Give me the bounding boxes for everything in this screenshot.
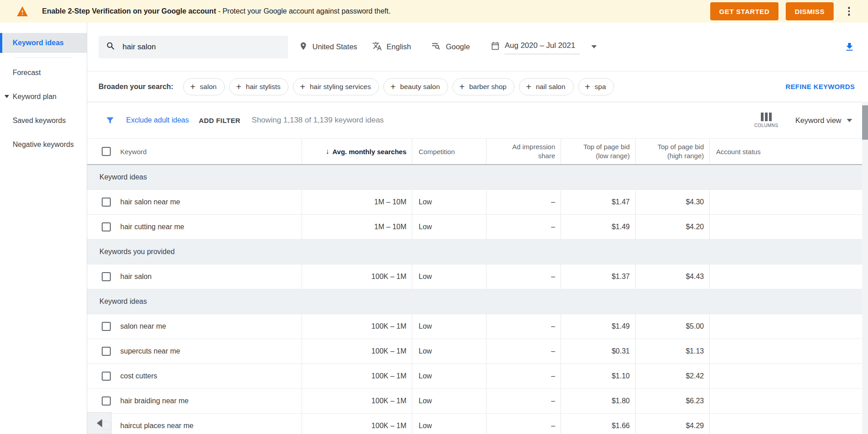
scrollbar-thumb[interactable] <box>862 105 868 140</box>
chevron-down-icon <box>847 119 852 122</box>
broaden-chip-hair-stylists[interactable]: + hair stylists <box>229 78 288 95</box>
competition-cell: Low <box>412 264 486 289</box>
table-row: hair braiding near me 100K – 1M Low – $1… <box>87 389 862 414</box>
vertical-scrollbar[interactable] <box>862 102 868 434</box>
account-status-cell <box>709 215 862 239</box>
columns-icon <box>761 113 772 121</box>
location-setting[interactable]: United States <box>299 42 357 52</box>
content-area: hair salon United States English <box>87 23 868 434</box>
account-status-cell <box>709 364 862 388</box>
get-started-button[interactable]: GET STARTED <box>710 2 778 20</box>
ad-share-cell: – <box>486 414 561 434</box>
language-setting[interactable]: English <box>372 41 411 53</box>
broaden-chip-salon[interactable]: + salon <box>183 78 225 95</box>
dismiss-button[interactable]: DISMISS <box>786 2 834 20</box>
sidebar-item-negative-keywords[interactable]: Negative keywords <box>0 132 87 156</box>
avg-searches-cell: 100K – 1M <box>302 264 412 289</box>
bid-low-cell: $1.66 <box>561 414 635 434</box>
broaden-chip-hair-styling-services[interactable]: + hair styling services <box>293 78 379 95</box>
chevron-left-icon <box>97 419 102 427</box>
header-account-status[interactable]: Account status <box>709 139 862 164</box>
language-value: English <box>387 42 411 51</box>
collapse-panel-button[interactable] <box>87 412 112 434</box>
competition-cell: Low <box>412 190 486 214</box>
competition-cell: Low <box>412 389 486 413</box>
plus-icon: + <box>585 82 590 91</box>
broaden-chip-beauty-salon[interactable]: + beauty salon <box>383 78 448 95</box>
chip-label: salon <box>200 83 217 91</box>
sidebar-item-label: Negative keywords <box>13 138 74 151</box>
sidebar-item-saved-keywords[interactable]: Saved keywords <box>0 108 87 132</box>
sidebar-item-keyword-ideas[interactable]: Keyword ideas <box>0 33 87 53</box>
chip-label: barber shop <box>469 83 507 91</box>
notice-banner: Enable 2-Step Verification on your Googl… <box>0 0 868 23</box>
keyword-cell: supercuts near me <box>120 347 180 355</box>
bid-high-cell: $5.00 <box>635 314 709 339</box>
calendar-icon <box>491 41 500 52</box>
refine-keywords-button[interactable]: REFINE KEYWORDS <box>785 83 855 90</box>
header-ad-impression-share[interactable]: Ad impression share <box>486 139 561 164</box>
sidebar-item-label: Keyword plan <box>13 93 57 101</box>
row-checkbox[interactable] <box>102 372 111 381</box>
row-checkbox[interactable] <box>102 347 111 356</box>
keyword-view-value: Keyword view <box>795 116 841 125</box>
date-range-value: Aug 2020 – Jul 2021 <box>505 41 575 50</box>
filter-bar: Exclude adult ideas ADD FILTER Showing 1… <box>87 102 868 138</box>
banner-message-bold: Enable 2-Step Verification on your Googl… <box>42 7 216 15</box>
broaden-chip-spa[interactable]: + spa <box>578 78 614 95</box>
keyword-view-dropdown[interactable]: Keyword view <box>795 116 868 125</box>
columns-button[interactable]: COLUMNS <box>754 113 778 128</box>
warning-icon <box>16 6 28 17</box>
row-checkbox[interactable] <box>102 272 111 281</box>
avg-searches-cell: 1M – 10M <box>302 215 412 239</box>
header-competition[interactable]: Competition <box>412 139 486 164</box>
broaden-label: Broaden your search: <box>99 83 173 91</box>
account-status-cell <box>709 314 862 339</box>
header-top-of-page-bid-low[interactable]: Top of page bid (low range) <box>561 139 635 164</box>
more-options-icon[interactable] <box>840 2 858 20</box>
bid-high-cell: $4.43 <box>635 264 709 289</box>
row-checkbox[interactable] <box>102 396 111 406</box>
bid-low-cell: $1.49 <box>561 215 635 239</box>
broaden-chip-nail-salon[interactable]: + nail salon <box>519 78 573 95</box>
ad-share-cell: – <box>486 215 561 239</box>
keyword-search-input[interactable]: hair salon <box>99 36 288 58</box>
search-settings-bar: hair salon United States English <box>87 23 868 71</box>
sidebar-divider <box>14 57 72 58</box>
chevron-down-icon <box>5 95 9 98</box>
network-setting[interactable]: Google <box>431 41 470 53</box>
table-section-row: Keyword ideas <box>87 289 862 314</box>
plus-icon: + <box>236 82 241 91</box>
bid-low-cell: $0.31 <box>561 339 635 363</box>
network-value: Google <box>446 42 470 51</box>
broaden-chip-barber-shop[interactable]: + barber shop <box>453 78 514 95</box>
date-range-setting[interactable]: Aug 2020 – Jul 2021 <box>491 39 597 54</box>
plus-icon: + <box>526 82 531 91</box>
select-all-checkbox[interactable] <box>102 147 111 156</box>
add-filter-button[interactable]: ADD FILTER <box>199 117 241 124</box>
download-icon[interactable] <box>844 42 855 52</box>
sidebar-item-keyword-plan[interactable]: Keyword plan <box>0 85 87 108</box>
keyword-cell: hair salon near me <box>120 198 180 206</box>
row-checkbox[interactable] <box>102 222 111 231</box>
avg-searches-cell: 100K – 1M <box>302 364 412 388</box>
competition-cell: Low <box>412 314 486 339</box>
chip-label: hair stylists <box>246 83 281 91</box>
table-row: hair cutting near me 1M – 10M Low – $1.4… <box>87 215 862 240</box>
filter-funnel-icon[interactable] <box>105 116 115 125</box>
header-top-of-page-bid-high[interactable]: Top of page bid (high range) <box>635 139 709 164</box>
chevron-down-icon <box>591 45 597 48</box>
sidebar-item-forecast[interactable]: Forecast <box>0 61 87 85</box>
row-checkbox[interactable] <box>102 198 111 207</box>
avg-searches-cell: 100K – 1M <box>302 339 412 363</box>
avg-searches-cell: 100K – 1M <box>302 414 412 434</box>
table-row: salon near me 100K – 1M Low – $1.49 $5.0… <box>87 314 862 339</box>
sidebar-item-label: Keyword ideas <box>13 39 64 47</box>
table-header-row: Keyword ↓ Avg. monthly searches Competit… <box>87 138 862 165</box>
exclude-adult-ideas-link[interactable]: Exclude adult ideas <box>126 116 189 124</box>
header-avg-monthly-searches[interactable]: ↓ Avg. monthly searches <box>302 139 412 164</box>
bid-high-cell: $4.20 <box>635 215 709 239</box>
header-keyword: Keyword <box>120 148 146 156</box>
row-checkbox[interactable] <box>102 322 111 331</box>
keyword-cell: haircut places near me <box>120 422 193 430</box>
